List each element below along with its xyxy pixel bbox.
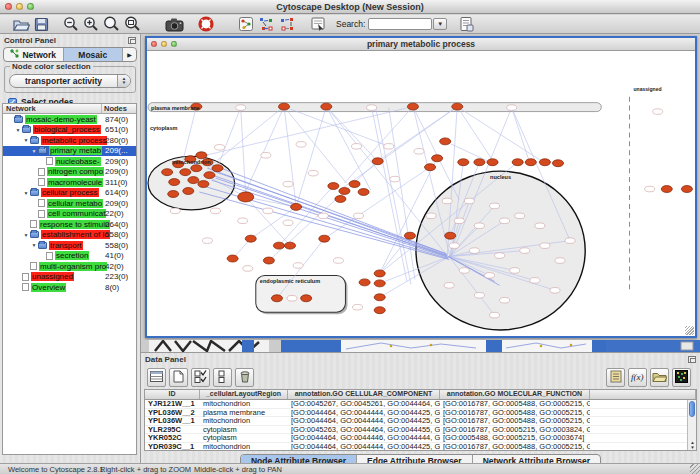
gene-node-small[interactable]: [495, 253, 505, 259]
gene-node-small[interactable]: [444, 283, 454, 289]
gene-node[interactable]: [425, 164, 436, 171]
tree-item-nitrogen-compo[interactable]: nitrogen compo209(0): [3, 167, 136, 178]
function-builder-button[interactable]: f(x): [628, 368, 647, 387]
gene-node-small[interactable]: [333, 258, 343, 264]
gene-node-small[interactable]: [653, 109, 663, 115]
table-mode-button[interactable]: [147, 368, 166, 387]
gene-node[interactable]: [359, 279, 370, 286]
gene-node[interactable]: [432, 155, 443, 162]
gene-node-small[interactable]: [535, 223, 545, 229]
gene-node[interactable]: [271, 295, 282, 302]
tree-header-nodes[interactable]: Nodes: [102, 104, 136, 113]
tree-item-secretion[interactable]: secretion41(0): [3, 251, 136, 262]
column-header-cellularlayoutregion[interactable]: _cellularLayoutRegion: [200, 390, 288, 399]
gene-node[interactable]: [278, 103, 289, 110]
tree-item-nucleobase[interactable]: nucleobase-209(0): [3, 156, 136, 167]
gene-node[interactable]: [374, 280, 385, 287]
gene-node[interactable]: [168, 191, 179, 198]
gene-node[interactable]: [196, 152, 207, 159]
gene-node[interactable]: [245, 235, 256, 242]
gene-node[interactable]: [162, 169, 173, 176]
gene-node-small[interactable]: [293, 263, 303, 269]
gene-node[interactable]: [358, 189, 369, 196]
gene-node-small[interactable]: [540, 243, 550, 249]
gene-node[interactable]: [404, 232, 415, 239]
gene-node-small[interactable]: [210, 208, 220, 214]
tree-item-establishment-of-lo[interactable]: ▼establishment of lo558(0): [3, 230, 136, 241]
gene-node-small[interactable]: [469, 248, 479, 254]
gene-node-small[interactable]: [390, 176, 400, 182]
gene-node[interactable]: [321, 103, 332, 110]
network-frame-titlebar[interactable]: primary metabolic process: [147, 38, 695, 51]
tree-item-biological-process[interactable]: ▼biological_process651(0): [3, 125, 136, 136]
gene-node[interactable]: [212, 165, 223, 172]
gene-node[interactable]: [339, 188, 350, 195]
gene-node-small[interactable]: [287, 295, 297, 301]
region-nucleus[interactable]: [416, 171, 585, 330]
gene-node[interactable]: [440, 138, 451, 145]
new-attribute-button[interactable]: [169, 368, 188, 387]
gene-node[interactable]: [335, 195, 346, 202]
gene-node-small[interactable]: [500, 297, 510, 303]
tab-network[interactable]: Network: [4, 48, 64, 61]
gene-node-small[interactable]: [384, 144, 394, 150]
gene-node[interactable]: [512, 159, 523, 166]
overview-button[interactable]: [236, 16, 256, 33]
import-attributes-button[interactable]: [650, 368, 669, 387]
gene-node[interactable]: [661, 186, 672, 193]
gene-node[interactable]: [525, 159, 536, 166]
gene-node-small[interactable]: [238, 218, 248, 224]
gene-node-small[interactable]: [490, 203, 500, 209]
gene-node[interactable]: [407, 103, 418, 110]
gene-node-small[interactable]: [515, 213, 525, 219]
float-panel-icon[interactable]: [128, 37, 136, 44]
gene-node[interactable]: [301, 295, 312, 302]
gene-node[interactable]: [263, 257, 274, 264]
gene-node-small[interactable]: [367, 105, 377, 111]
gene-node-small[interactable]: [296, 142, 306, 148]
gene-node-small[interactable]: [565, 238, 575, 244]
gene-node[interactable]: [238, 192, 254, 202]
gene-node-small[interactable]: [500, 218, 510, 224]
gene-node-small[interactable]: [442, 198, 452, 204]
table-row[interactable]: YDR039C__1mitochondrion[GO:0044464, GO:0…: [145, 443, 696, 452]
scrollbar-thumb[interactable]: [689, 401, 695, 417]
attribute-editor-button[interactable]: [606, 368, 625, 387]
column-header-annotation-go-cellular-component[interactable]: annotation.GO CELLULAR_COMPONENT: [288, 390, 440, 399]
gene-node-small[interactable]: [354, 213, 364, 219]
gene-node-small[interactable]: [510, 268, 520, 274]
attribute-page-button[interactable]: [457, 16, 476, 33]
gene-node[interactable]: [291, 203, 302, 210]
gene-node-small[interactable]: [484, 273, 494, 279]
tree-item-multi-organism-pro[interactable]: multi-organism pro42(0): [3, 261, 136, 272]
column-header-id[interactable]: ID: [145, 390, 200, 399]
gene-node-small[interactable]: [530, 278, 540, 284]
gene-node-small[interactable]: [454, 218, 464, 224]
gene-node-small[interactable]: [351, 144, 361, 150]
gene-node[interactable]: [191, 165, 202, 172]
gene-node[interactable]: [445, 232, 456, 239]
gene-node[interactable]: [374, 270, 385, 277]
layout-one-button[interactable]: [256, 16, 277, 33]
tree-item-cellular-metabo[interactable]: cellular metabo209(0): [3, 198, 136, 209]
zoom-selected-button[interactable]: [122, 16, 143, 33]
gene-node-small[interactable]: [170, 208, 180, 214]
gene-node-small[interactable]: [507, 105, 517, 111]
gene-node-small[interactable]: [263, 208, 273, 214]
tab-overflow-button[interactable]: ▶: [123, 48, 136, 61]
tree-item-transport[interactable]: ▼transport558(0): [3, 240, 136, 251]
expander-icon[interactable]: ▼: [22, 232, 30, 238]
expander-icon[interactable]: ▼: [14, 127, 22, 133]
gene-node-small[interactable]: [464, 198, 474, 204]
tree-item-primary-metab[interactable]: ▼primary metab209(...: [3, 146, 136, 157]
save-button[interactable]: [32, 16, 51, 33]
gene-node-small[interactable]: [353, 304, 363, 310]
gene-node-small[interactable]: [474, 223, 484, 229]
gene-node[interactable]: [374, 294, 385, 301]
gene-node-small[interactable]: [202, 238, 212, 244]
gene-node-small[interactable]: [261, 152, 271, 158]
gene-node[interactable]: [183, 188, 194, 195]
tree-item-macromolecule[interactable]: macromolecule311(0): [3, 177, 136, 188]
tree-item-response-to-stimulu[interactable]: response to stimulu264(0): [3, 219, 136, 230]
search-dropdown-icon[interactable]: ▼: [433, 18, 447, 30]
